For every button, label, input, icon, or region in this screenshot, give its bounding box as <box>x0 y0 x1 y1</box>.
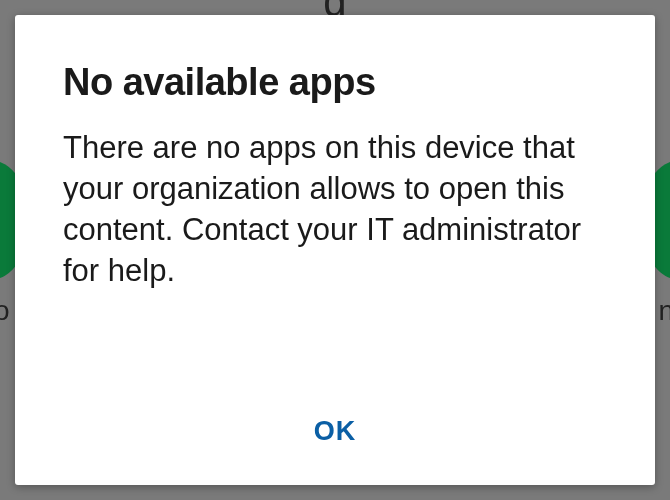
dialog-actions: OK <box>63 408 607 455</box>
alert-dialog: No available apps There are no apps on t… <box>15 15 655 485</box>
ok-button[interactable]: OK <box>290 408 381 455</box>
dialog-message: There are no apps on this device that yo… <box>63 128 607 388</box>
background-glyph-right: n <box>658 295 670 327</box>
dialog-title: No available apps <box>63 61 607 104</box>
background-glyph-left: o <box>0 295 10 327</box>
